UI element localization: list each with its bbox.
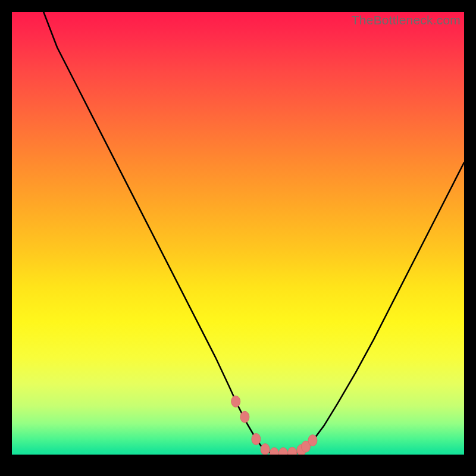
marker-group bbox=[231, 396, 317, 459]
chart-frame: TheBottleneck.com bbox=[12, 12, 464, 464]
curve-left-branch bbox=[43, 12, 270, 452]
marker-point bbox=[308, 435, 317, 446]
marker-point bbox=[240, 411, 249, 422]
marker-point bbox=[252, 434, 261, 445]
bottleneck-curve bbox=[12, 12, 464, 455]
plot-area: TheBottleneck.com bbox=[12, 12, 464, 455]
axis-strip bbox=[12, 455, 464, 464]
curve-right-branch bbox=[301, 162, 464, 451]
marker-point bbox=[261, 444, 270, 455]
marker-point bbox=[231, 396, 240, 407]
